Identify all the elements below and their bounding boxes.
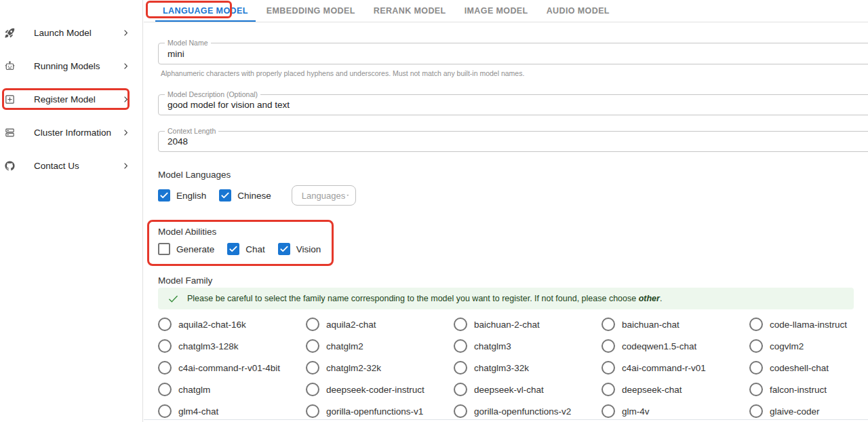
model-description-input[interactable]: Model Description (Optional) good model … (158, 94, 868, 115)
chevron-right-icon (121, 28, 131, 38)
radio-unchecked-icon (158, 383, 172, 396)
radio-baichuan-2-chat[interactable]: baichuan-2-chat (454, 313, 601, 335)
tab-rerank-model[interactable]: RERANK MODEL (366, 0, 454, 22)
radio-label: chatglm2 (326, 341, 363, 351)
languages-select[interactable]: Languages (292, 185, 356, 206)
sidebar-item-cluster-information[interactable]: Cluster Information (0, 116, 142, 149)
radio-label: chatglm2-32k (326, 363, 381, 373)
add-box-icon (4, 94, 16, 106)
radio-unchecked-icon (454, 318, 467, 331)
github-icon (4, 160, 16, 172)
sidebar-item-launch-model[interactable]: Launch Model (0, 16, 142, 50)
radio-chatglm3-32k[interactable]: chatglm3-32k (454, 357, 601, 379)
radio-unchecked-icon (749, 339, 763, 353)
radio-label: codeqwen1.5-chat (622, 341, 696, 351)
chevron-right-icon (121, 128, 131, 138)
model-type-tabbar: LANGUAGE MODELEMBEDDING MODELRERANK MODE… (144, 0, 868, 22)
sidebar-item-contact-us[interactable]: Contact Us (0, 149, 142, 183)
model-description-value: good model for vision and text (167, 100, 290, 110)
radio-codeqwen1-5-chat[interactable]: codeqwen1.5-chat (601, 335, 749, 357)
radio-unchecked-icon (454, 361, 467, 375)
rocket-icon (4, 27, 16, 39)
checkbox-chat[interactable]: Chat (227, 243, 265, 255)
radio-label: glm4-chat (178, 406, 218, 417)
radio-baichuan-chat[interactable]: baichuan-chat (601, 313, 749, 335)
sidebar-item-label: Launch Model (34, 28, 92, 38)
register-model-form: Model Name mini Alphanumeric characters … (144, 43, 868, 422)
radio-unchecked-icon (601, 339, 615, 353)
radio-label: baichuan-2-chat (474, 320, 540, 330)
radio-unchecked-icon (601, 404, 615, 418)
radio-deepseek-chat[interactable]: deepseek-chat (601, 379, 749, 400)
radio-label: aquila2-chat (326, 320, 376, 330)
radio-unchecked-icon (306, 339, 319, 353)
languages-select-placeholder: Languages (302, 191, 345, 201)
radio-unchecked-icon (601, 383, 615, 396)
radio-unchecked-icon (158, 404, 172, 418)
cluster-icon (4, 127, 16, 139)
radio-chatglm3[interactable]: chatglm3 (454, 335, 601, 357)
checkbox-english[interactable]: English (158, 189, 206, 202)
tab-image-model[interactable]: IMAGE MODEL (457, 0, 536, 22)
checkbox-chinese[interactable]: Chinese (219, 189, 271, 202)
radio-label: glm-4v (622, 406, 650, 417)
radio-label: chatglm3-128k (178, 341, 239, 351)
checkbox-label: Generate (176, 244, 214, 254)
radio-deepseek-coder-instruct[interactable]: deepseek-coder-instruct (306, 379, 454, 400)
tab-language-model[interactable]: LANGUAGE MODEL (155, 0, 256, 22)
radio-chatglm2[interactable]: chatglm2 (306, 335, 454, 357)
chevron-right-icon (121, 62, 131, 71)
radio-label: chatglm (178, 385, 210, 395)
bottom-divider (144, 419, 868, 420)
model-name-label: Model Name (165, 39, 211, 47)
radio-chatglm3-128k[interactable]: chatglm3-128k (158, 335, 306, 357)
radio-codeshell-chat[interactable]: codeshell-chat (749, 357, 868, 379)
sidebar-item-label: Register Model (34, 94, 96, 104)
sidebar-nav: Launch ModelRunning ModelsRegister Model… (0, 16, 142, 183)
radio-unchecked-icon (601, 318, 615, 331)
radio-aquila2-chat-16k[interactable]: aquila2-chat-16k (158, 313, 306, 335)
radio-c4ai-command-r-v01[interactable]: c4ai-command-r-v01 (601, 357, 749, 379)
chevron-right-icon (121, 161, 131, 171)
sidebar-item-label: Cluster Information (34, 128, 111, 138)
radio-label: codeshell-chat (770, 363, 829, 373)
model-name-value: mini (167, 49, 184, 59)
radio-deepseek-vl-chat[interactable]: deepseek-vl-chat (454, 379, 601, 400)
radio-label: deepseek-coder-instruct (326, 385, 425, 395)
radio-unchecked-icon (749, 404, 763, 418)
main-panel: LANGUAGE MODELEMBEDDING MODELRERANK MODE… (144, 0, 868, 422)
radio-unchecked-icon (749, 318, 763, 331)
tab-audio-model[interactable]: AUDIO MODEL (539, 0, 617, 22)
radio-unchecked-icon (158, 339, 172, 353)
radio-c4ai-command-r-v01-4bit[interactable]: c4ai-command-r-v01-4bit (158, 357, 306, 379)
radio-label: chatglm3 (474, 341, 511, 351)
radio-label: gorilla-openfunctions-v1 (326, 406, 423, 417)
sidebar-item-register-model[interactable]: Register Model (0, 83, 142, 116)
checkbox-label: Chinese (237, 191, 271, 201)
radio-code-llama-instruct[interactable]: code-llama-instruct (749, 313, 868, 335)
sidebar: Launch ModelRunning ModelsRegister Model… (0, 0, 143, 422)
radio-label: baichuan-chat (622, 320, 679, 330)
model-description-label: Model Description (Optional) (165, 90, 260, 99)
unchecked-checkbox-icon (158, 243, 170, 255)
radio-unchecked-icon (601, 361, 615, 375)
checked-checkbox-icon (278, 243, 290, 255)
model-abilities-row: GenerateChatVision (158, 242, 868, 256)
check-icon (167, 293, 179, 305)
sidebar-item-running-models[interactable]: Running Models (0, 50, 142, 83)
radio-chatglm2-32k[interactable]: chatglm2-32k (306, 357, 454, 379)
radio-label: code-llama-instruct (770, 320, 847, 330)
checkbox-generate[interactable]: Generate (158, 243, 214, 255)
radio-unchecked-icon (749, 361, 763, 375)
radio-aquila2-chat[interactable]: aquila2-chat (306, 313, 454, 335)
radio-chatglm[interactable]: chatglm (158, 379, 306, 400)
checkbox-vision[interactable]: Vision (278, 243, 321, 255)
radio-label: gorilla-openfunctions-v2 (474, 406, 571, 417)
radio-cogvlm2[interactable]: cogvlm2 (749, 335, 868, 357)
radio-unchecked-icon (454, 404, 467, 418)
radio-unchecked-icon (454, 383, 467, 396)
radio-falcon-instruct[interactable]: falcon-instruct (749, 379, 868, 400)
tab-embedding-model[interactable]: EMBEDDING MODEL (259, 0, 363, 22)
model-name-input[interactable]: Model Name mini (158, 43, 868, 64)
context-length-input[interactable]: Context Length 2048 (158, 131, 868, 152)
